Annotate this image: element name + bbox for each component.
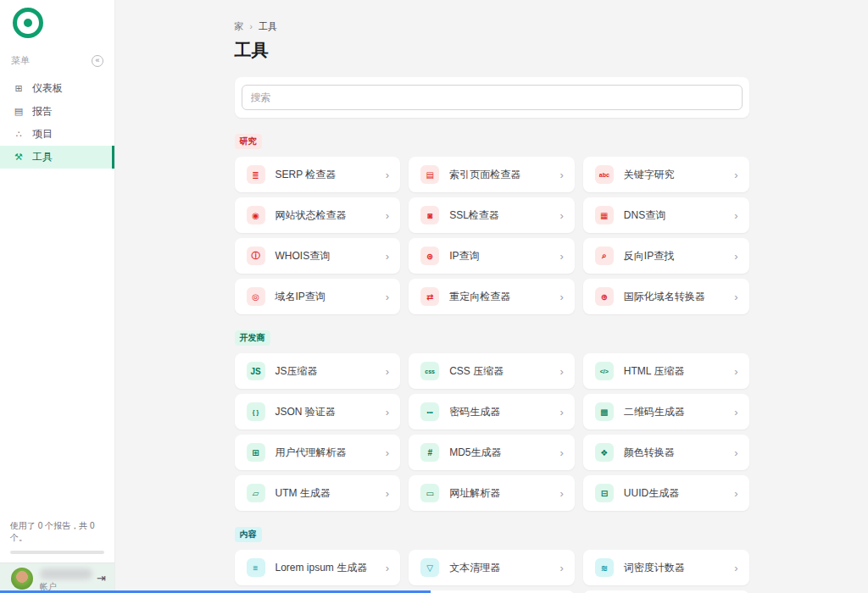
tool-card[interactable]: ◙ SSL检查器 › xyxy=(409,197,575,233)
tool-card[interactable]: ⓘ WHOIS查询 › xyxy=(235,238,401,274)
account-info: 帐户 xyxy=(40,568,90,593)
tool-label: DNS查询 xyxy=(624,208,665,223)
tool-card[interactable]: ◉ 网站状态检查器 › xyxy=(235,197,401,233)
account-button[interactable]: 帐户 ⇥ xyxy=(0,563,114,593)
tool-card[interactable]: ❖ 颜色转换器 › xyxy=(583,435,749,470)
js-minifier-icon: JS xyxy=(247,362,265,380)
reverse-ip-search-icon: ⌕ xyxy=(595,247,614,265)
chevron-right-icon: › xyxy=(386,562,389,574)
sidebar-item-label: 报告 xyxy=(32,104,53,119)
tool-card[interactable]: css CSS 压缩器 › xyxy=(409,353,575,389)
tool-label: 域名IP查询 xyxy=(275,290,326,304)
chevron-right-icon: › xyxy=(386,406,389,418)
tool-card[interactable]: ≡ Lorem ipsum 生成器 › xyxy=(235,550,401,585)
qr-code-icon: ▩ xyxy=(595,402,614,421)
serp-checker-icon: ≣ xyxy=(247,165,265,184)
chevron-right-icon: › xyxy=(559,446,563,459)
sidebar-item-label: 仪表板 xyxy=(32,81,63,96)
website-status-icon: ◉ xyxy=(247,206,265,224)
sidebar: 菜单 « ⊞ 仪表板 ▤ 报告 ∴ 项目 ⚒ 工具 使用了 0 个报告，共 0 … xyxy=(0,0,115,593)
tool-card[interactable]: </> HTML 压缩器 › xyxy=(583,353,749,389)
tool-card[interactable]: # MD5生成器 › xyxy=(409,435,575,470)
tool-card[interactable]: ▦ DNS查询 › xyxy=(583,197,749,233)
tool-label: Lorem ipsum 生成器 xyxy=(275,561,368,575)
tool-card[interactable]: abc 关键字研究 › xyxy=(583,157,749,192)
tool-card[interactable]: { } JSON 验证器 › xyxy=(235,394,401,430)
sidebar-item-label: 工具 xyxy=(32,150,53,164)
breadcrumb: 家 › 工具 xyxy=(235,20,749,33)
tool-card[interactable]: ⌕ 反向IP查找 › xyxy=(583,238,749,274)
tool-card[interactable]: ▤ 索引页面检查器 › xyxy=(409,157,575,192)
content-column: 家 › 工具 工具 研究 ≣ SERP 检查器 › ▤ 索引页面检查器 › ab… xyxy=(235,0,749,593)
user-agent-window-icon: ⊞ xyxy=(247,443,265,462)
sidebar-item-dashboard[interactable]: ⊞ 仪表板 xyxy=(0,77,114,100)
chevron-right-icon: › xyxy=(386,209,389,222)
tool-label: 颜色转换器 xyxy=(624,446,675,460)
dns-server-icon: ▦ xyxy=(595,206,614,224)
tool-label: JS压缩器 xyxy=(275,364,318,379)
tool-card[interactable]: ≣ SERP 检查器 › xyxy=(235,157,401,192)
tool-label: 密码生成器 xyxy=(449,405,500,419)
section-badge: 开发商 xyxy=(235,330,270,346)
tool-card[interactable]: JS JS压缩器 › xyxy=(235,353,401,389)
tool-card[interactable]: ▭ 网址解析器 › xyxy=(409,475,575,511)
chevron-right-icon: › xyxy=(734,365,737,378)
tools-crossed-icon: ⚒ xyxy=(13,152,25,163)
tool-card[interactable]: ▩ 二维码生成器 › xyxy=(583,394,749,430)
search-input[interactable] xyxy=(242,85,743,110)
tool-section: 内容 ≡ Lorem ipsum 生成器 › ▽ 文本清理器 › ≋ 词密度计数… xyxy=(235,511,749,593)
chevron-right-icon: › xyxy=(734,446,737,459)
section-badge: 研究 xyxy=(235,134,262,149)
chevron-right-icon: › xyxy=(559,487,563,500)
tool-card[interactable]: ⊟ UUID生成器 › xyxy=(583,475,749,511)
tool-card[interactable]: ▱ UTM 生成器 › xyxy=(235,475,401,511)
tool-label: 国际化域名转换器 xyxy=(624,290,705,304)
text-cleaner-filter-icon: ▽ xyxy=(420,558,439,577)
tool-card[interactable]: ⊕ 国际化域名转换器 › xyxy=(583,279,749,314)
tool-label: SSL检查器 xyxy=(449,208,499,223)
chevron-right-icon: › xyxy=(386,250,389,263)
tool-section: 开发商 JS JS压缩器 › css CSS 压缩器 › </> HTML 压缩… xyxy=(235,314,749,511)
md5-hash-icon: # xyxy=(420,443,439,462)
account-name-redacted xyxy=(40,568,92,579)
tool-label: SERP 检查器 xyxy=(275,168,337,182)
ssl-lock-icon: ◙ xyxy=(420,206,439,224)
url-parser-icon: ▭ xyxy=(420,484,439,502)
avatar xyxy=(11,568,33,590)
tool-card[interactable]: ▽ 文本清理器 › xyxy=(409,550,575,585)
page-title: 工具 xyxy=(235,39,749,62)
chevron-right-icon: › xyxy=(559,209,563,222)
tool-label: UUID生成器 xyxy=(624,486,679,501)
chevron-right-icon: › xyxy=(559,291,563,303)
tool-card[interactable]: ⊞ 用户代理解析器 › xyxy=(235,435,401,470)
sidebar-item-reports[interactable]: ▤ 报告 xyxy=(0,100,114,123)
dashboard-grid-icon: ⊞ xyxy=(13,83,25,94)
whois-info-icon: ⓘ xyxy=(247,247,265,265)
breadcrumb-separator-icon: › xyxy=(250,22,253,31)
tool-card[interactable]: ◎ 域名IP查询 › xyxy=(235,279,401,314)
sidebar-spacer xyxy=(0,169,114,520)
chevron-right-icon: › xyxy=(386,446,389,459)
app-logo-icon[interactable] xyxy=(13,8,43,38)
utm-tag-icon: ▱ xyxy=(247,484,265,502)
tool-card[interactable]: ≋ 词密度计数器 › xyxy=(583,550,749,585)
logout-icon[interactable]: ⇥ xyxy=(97,572,106,585)
usage-summary: 使用了 0 个报告，共 0 个。 xyxy=(0,520,114,543)
sidebar-collapse-icon[interactable]: « xyxy=(92,55,103,67)
tool-card[interactable]: ⇄ 重定向检查器 › xyxy=(409,279,575,314)
uuid-card-icon: ⊟ xyxy=(595,484,614,502)
breadcrumb-home-link[interactable]: 家 xyxy=(235,20,244,33)
tool-label: 网址解析器 xyxy=(449,486,500,501)
tool-grid: ≣ SERP 检查器 › ▤ 索引页面检查器 › abc 关键字研究 › ◉ 网… xyxy=(235,157,749,314)
tool-card[interactable]: ⊛ IP查询 › xyxy=(409,238,575,274)
breadcrumb-current: 工具 xyxy=(259,20,277,33)
sidebar-item-tools[interactable]: ⚒ 工具 xyxy=(0,146,114,169)
tool-label: 索引页面检查器 xyxy=(449,168,520,182)
chevron-right-icon: › xyxy=(559,365,563,378)
sidebar-nav: ⊞ 仪表板 ▤ 报告 ∴ 项目 ⚒ 工具 xyxy=(0,77,114,169)
tool-card[interactable]: ••• 密码生成器 › xyxy=(409,394,575,430)
chevron-right-icon: › xyxy=(386,487,389,500)
chevron-right-icon: › xyxy=(386,169,389,181)
tool-label: MD5生成器 xyxy=(449,446,501,460)
sidebar-item-projects[interactable]: ∴ 项目 xyxy=(0,123,114,146)
